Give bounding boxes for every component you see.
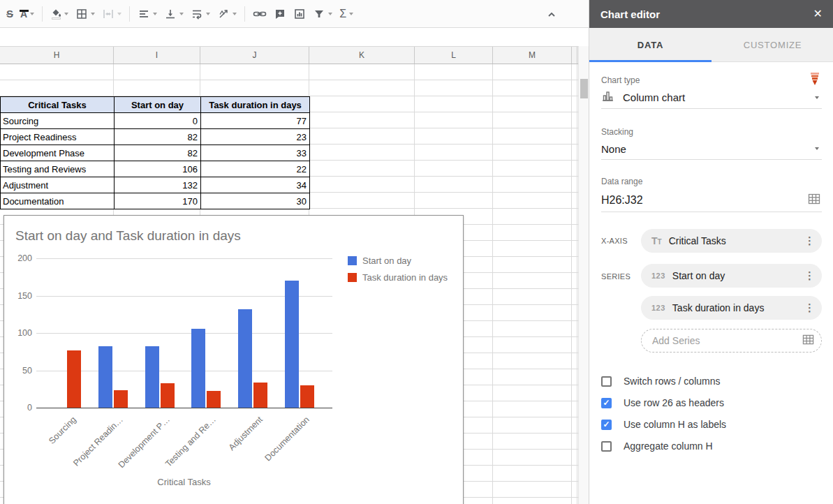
legend-swatch [348, 256, 357, 265]
borders-icon[interactable] [72, 3, 98, 24]
table-cell[interactable]: Project Readiness [1, 129, 115, 145]
toolbar-divider [42, 6, 43, 22]
more-options-icon[interactable]: ⋮ [804, 235, 815, 247]
chart-type-select[interactable]: Column chart [601, 87, 822, 109]
chevron-down-icon [815, 147, 819, 150]
more-options-icon[interactable]: ⋮ [804, 302, 815, 314]
series-pill-label: Start on day [672, 270, 804, 281]
x-axis-value: Critical Tasks [669, 235, 804, 246]
bar-start-on-day [191, 329, 205, 408]
column-chart-icon [601, 89, 614, 105]
table-cell[interactable]: 82 [115, 129, 201, 145]
tab-data[interactable]: DATA [589, 28, 712, 61]
checkbox-row-switch-rows-columns[interactable]: Switch rows / columns [601, 374, 720, 388]
y-tick-label: 50 [7, 366, 32, 376]
table-cell[interactable]: 22 [201, 161, 310, 177]
table-row: Project Readiness8223 [1, 129, 310, 145]
table-cell[interactable]: Development Phase [1, 145, 115, 161]
insert-chart-icon[interactable] [290, 3, 309, 24]
chart-type-value: Column chart [623, 91, 812, 103]
bar-start-on-day [285, 281, 299, 408]
column-header-partial[interactable] [572, 47, 577, 64]
table-cell[interactable]: Testing and Reviews [1, 161, 115, 177]
table-row: Testing and Reviews10622 [1, 161, 310, 177]
checkbox-unchecked-icon[interactable] [601, 376, 612, 387]
table-header-cell[interactable]: Task duration in days [201, 97, 310, 113]
text-rotation-icon[interactable] [214, 3, 240, 24]
table-cell[interactable]: 34 [201, 177, 310, 193]
table-cell[interactable]: Sourcing [1, 113, 115, 129]
checkbox-checked-icon[interactable]: ✓ [601, 420, 612, 430]
close-icon[interactable]: ✕ [813, 8, 823, 20]
checkbox-row-use-column-h-as-labels[interactable]: ✓Use column H as labels [601, 417, 726, 431]
formula-bar[interactable] [0, 29, 589, 46]
add-series-field[interactable]: Add Series [641, 329, 822, 353]
table-cell[interactable]: 30 [201, 193, 310, 209]
table-row: Adjustment13234 [1, 177, 310, 193]
column-header-H[interactable]: H [0, 47, 114, 64]
column-header-M[interactable]: M [493, 47, 572, 64]
horizontal-align-icon[interactable] [134, 3, 161, 24]
column-header-K[interactable]: K [309, 47, 415, 64]
merge-cells-icon[interactable] [98, 3, 125, 24]
select-range-icon[interactable] [802, 334, 814, 348]
vertical-align-icon[interactable] [161, 3, 187, 24]
table-cell[interactable]: Documentation [1, 193, 115, 209]
column-header-J[interactable]: J [200, 47, 309, 64]
data-range-field[interactable]: H26:J32 [601, 189, 822, 212]
x-axis-line [36, 408, 332, 408]
table-row: Sourcing077 [1, 113, 310, 129]
series-pill-task-duration-in-days[interactable]: 123Task duration in days⋮ [641, 296, 822, 320]
table-header-cell[interactable]: Start on day [115, 97, 201, 113]
strikethrough-icon[interactable]: S [3, 3, 17, 24]
sheet-grid[interactable]: Critical TasksStart on dayTask duration … [0, 64, 578, 504]
table-cell[interactable]: Adjustment [1, 177, 115, 193]
checkbox-unchecked-icon[interactable] [601, 441, 612, 452]
checkbox-checked-icon[interactable]: ✓ [601, 398, 612, 408]
text-color-icon[interactable]: A [17, 3, 38, 24]
more-options-icon[interactable]: ⋮ [804, 269, 815, 282]
filter-icon[interactable] [309, 3, 336, 24]
collapse-toolbar-icon[interactable] [543, 6, 560, 23]
bar-task-duration-in-days [161, 383, 175, 408]
table-header-cell[interactable]: Critical Tasks [1, 97, 115, 113]
data-table[interactable]: Critical TasksStart on dayTask duration … [0, 96, 310, 209]
table-cell[interactable]: 77 [201, 113, 310, 129]
column-header-L[interactable]: L [415, 47, 493, 64]
bar-task-duration-in-days [67, 350, 81, 408]
column-header-I[interactable]: I [114, 47, 200, 64]
column-headers[interactable]: HIJKLM [0, 46, 578, 64]
bar-task-duration-in-days [207, 391, 221, 408]
tab-customize[interactable]: CUSTOMIZE [712, 28, 833, 61]
text-wrap-icon[interactable] [187, 3, 214, 24]
chart-editor-panel: Chart editor ✕ DATA CUSTOMIZE Chart type… [589, 0, 833, 504]
panel-header: Chart editor ✕ [589, 0, 833, 28]
stacking-select[interactable]: None [601, 138, 822, 160]
embedded-chart[interactable]: Start on day and Task duration in days 0… [3, 215, 464, 504]
table-cell[interactable]: 170 [115, 193, 201, 209]
table-cell[interactable]: 33 [201, 145, 310, 161]
functions-icon[interactable]: Σ [336, 3, 357, 24]
select-data-range-icon[interactable] [808, 193, 820, 208]
x-axis-pill[interactable]: TT Critical Tasks ⋮ [641, 229, 822, 253]
checkbox-row-use-row-26-as-headers[interactable]: ✓Use row 26 as headers [601, 396, 724, 410]
vertical-scrollbar[interactable] [578, 46, 589, 504]
insert-link-icon[interactable] [249, 3, 270, 24]
checkbox-row-aggregate-column-h[interactable]: Aggregate column H [601, 439, 713, 453]
table-cell[interactable]: 0 [115, 113, 201, 129]
scrollbar-thumb[interactable] [580, 79, 588, 98]
series-pill-label: Task duration in days [672, 302, 804, 313]
toolbar-divider [244, 6, 245, 22]
numeric-type-icon: 123 [651, 304, 665, 312]
table-cell[interactable]: 82 [115, 145, 201, 161]
panel-title: Chart editor [600, 8, 813, 20]
fill-color-icon[interactable] [47, 3, 72, 24]
table-cell[interactable]: 106 [115, 161, 201, 177]
bar-start-on-day [145, 346, 159, 408]
series-pill-start-on-day[interactable]: 123Start on day⋮ [641, 264, 822, 288]
insert-comment-icon[interactable] [270, 3, 290, 24]
table-cell[interactable]: 23 [201, 129, 310, 145]
legend-item: Start on day [348, 255, 411, 266]
table-cell[interactable]: 132 [115, 177, 201, 193]
gridline [577, 64, 577, 504]
